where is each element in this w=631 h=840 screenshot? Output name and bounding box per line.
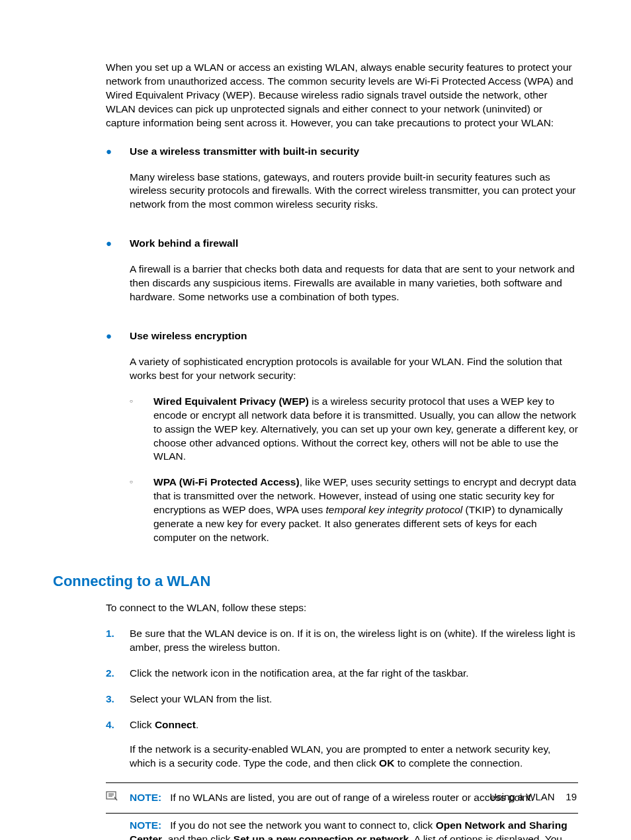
bullet-body: Work behind a firewall A firewall is a b… [130,237,578,316]
bullet-desc: A variety of sophisticated encryption pr… [130,355,578,383]
sub-body: Wired Equivalent Privacy (WEP) is a wire… [153,395,578,464]
step4-extra-b: to complete the connection. [394,757,523,769]
heading-connecting: Connecting to a WLAN [53,571,578,591]
page: When you set up a WLAN or access an exis… [0,0,631,840]
step-4: 4. Click Connect. If the network is a se… [106,718,578,771]
bullet-item-transmitter: ● Use a wireless transmitter with built-… [106,145,578,224]
step-body: Click Connect. If the network is a secur… [130,718,578,771]
sub-list: ○ Wired Equivalent Privacy (WEP) is a wi… [130,395,578,545]
sub-bullet-icon: ○ [130,476,153,545]
note2-a: If you do not see the network you want t… [170,819,436,831]
bullet-item-encryption: ● Use wireless encryption A variety of s… [106,329,578,557]
note-2: NOTE: If you do not see the network you … [130,814,578,840]
note1-text: If no WLANs are listed, you are out of r… [170,792,534,803]
note-label: NOTE: [130,792,161,803]
step-body: Click the network icon in the notificati… [130,667,578,681]
note2-b2: Set up a new connection or network [233,833,409,840]
step4-bold: Connect [155,719,196,730]
steps-list: 1. Be sure that the WLAN device is on. I… [106,627,578,770]
step4-extra-bold: OK [379,757,394,769]
wpa-lead: WPA (Wi-Fi Protected Access) [153,476,300,487]
bullet-desc: Many wireless base stations, gateways, a… [130,171,578,212]
note-label: NOTE: [130,819,161,831]
bullet-title: Use a wireless transmitter with built-in… [130,145,578,159]
page-footer: Using a WLAN 19 [489,790,577,804]
step-number: 2. [106,667,130,681]
steps-intro: To connect to the WLAN, follow these ste… [106,601,578,615]
step-3: 3. Select your WLAN from the list. [106,693,578,706]
footer-text: Using a WLAN [489,791,554,802]
intro-paragraph: When you set up a WLAN or access an exis… [106,61,578,130]
step4-post: . [196,719,198,730]
step-1: 1. Be sure that the WLAN device is on. I… [106,627,578,655]
sub-item-wep: ○ Wired Equivalent Privacy (WEP) is a wi… [130,395,578,464]
step-body: Be sure that the WLAN device is on. If i… [130,627,578,655]
step-body: Select your WLAN from the list. [130,693,578,706]
bullet-list: ● Use a wireless transmitter with built-… [106,145,578,557]
bullet-icon: ● [106,237,130,316]
bullet-item-firewall: ● Work behind a firewall A firewall is a… [106,237,578,316]
bullet-body: Use wireless encryption A variety of sop… [130,329,578,557]
page-number: 19 [566,791,577,802]
bullet-icon: ● [106,145,130,224]
bullet-body: Use a wireless transmitter with built-in… [130,145,578,224]
step-2: 2. Click the network icon in the notific… [106,667,578,681]
step-number: 3. [106,693,130,706]
step4-extra: If the network is a security-enabled WLA… [130,743,578,771]
note2-b: , and then click [162,833,233,840]
step4-pre: Click [130,719,155,730]
bullet-desc: A firewall is a barrier that checks both… [130,263,578,304]
note-icon [106,791,130,805]
bullet-icon: ● [106,329,130,557]
wpa-italic: temporal key integrity protocol [325,504,462,515]
bullet-title: Use wireless encryption [130,329,578,343]
sub-body: WPA (Wi-Fi Protected Access), like WEP, … [153,476,578,545]
step-number: 4. [106,718,130,771]
sub-bullet-icon: ○ [130,395,153,464]
step-number: 1. [106,627,130,655]
sub-item-wpa: ○ WPA (Wi-Fi Protected Access), like WEP… [130,476,578,545]
bullet-title: Work behind a firewall [130,237,578,251]
wep-lead: Wired Equivalent Privacy (WEP) [153,396,309,407]
